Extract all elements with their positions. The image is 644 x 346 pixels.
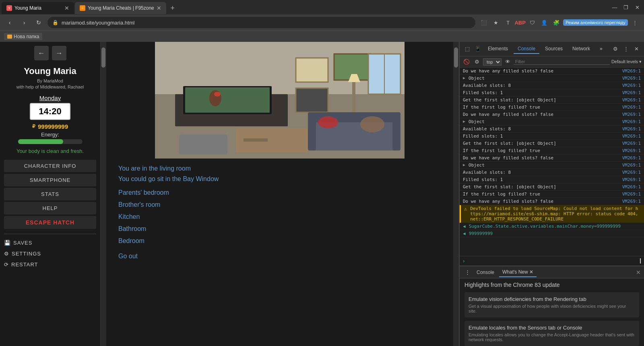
restart-button[interactable]: ⟳ RESTART xyxy=(4,259,96,270)
money-icon: ₽ xyxy=(32,124,35,129)
devtools-tab-elements[interactable]: Elements xyxy=(484,44,512,54)
bathroom-link[interactable]: Bathroom xyxy=(118,225,441,233)
console-source-link[interactable]: VM269:1 xyxy=(622,76,641,81)
console-source-link[interactable]: VM269:1 xyxy=(622,90,641,95)
translate-icon[interactable]: T xyxy=(503,17,513,28)
result-arrow: ◀ xyxy=(463,224,466,229)
stats-button[interactable]: STATS xyxy=(4,188,96,200)
console-line-text: Filled slots: 1 xyxy=(463,177,619,182)
tab-favicon-1: Y xyxy=(6,5,12,11)
go-out-link[interactable]: Go out xyxy=(118,253,441,260)
console-source-link[interactable]: VM269:1 xyxy=(622,112,641,117)
anonymous-mode-badge: Режим анонімного перегляду xyxy=(563,19,628,26)
left-scrollbar[interactable] xyxy=(101,42,106,346)
devtools-inspect-icon[interactable]: ⬚ xyxy=(463,45,472,54)
sidebar-back-button[interactable]: ← xyxy=(34,46,49,60)
devtools-tab-sources[interactable]: Sources xyxy=(541,44,567,54)
console-filter-input[interactable] xyxy=(514,59,610,65)
console-line-20: ◀ SugarCube.State.active.variables.mainC… xyxy=(460,223,644,230)
console-context-select[interactable]: top xyxy=(483,58,502,66)
address-bar[interactable]: 🔒 mariamod.site/youngmaria.html xyxy=(47,17,475,28)
console-eye-icon[interactable]: 👁 xyxy=(503,58,512,66)
tab-young-maria[interactable]: Y Young Maria ✕ xyxy=(2,2,74,14)
main-scrollbar-thumb[interactable] xyxy=(454,47,458,68)
adblock-icon[interactable]: ABP xyxy=(515,17,525,28)
left-scrollbar-thumb[interactable] xyxy=(101,47,105,68)
console-source-link[interactable]: VM269:1 xyxy=(622,170,641,175)
menu-dots-icon[interactable]: ⋮ xyxy=(630,17,640,28)
forward-button[interactable]: › xyxy=(19,17,30,28)
tab-f95zone[interactable]: F Young Maria Cheats | F95zone ✕ xyxy=(75,2,166,14)
console-source-link[interactable]: VM269:1 xyxy=(622,177,641,182)
console-source-link[interactable]: VM269:1 xyxy=(622,141,641,146)
console-clear-icon[interactable]: 🚫 xyxy=(462,58,471,66)
console-line-19: ⚠DevTools failed to load SourceMap: Coul… xyxy=(460,205,644,223)
devtools-more-icon[interactable]: ⋮ xyxy=(621,45,630,54)
bookmark-star-icon[interactable]: ★ xyxy=(491,17,501,28)
brothers-room-link[interactable]: Brother's room xyxy=(118,201,441,208)
room-name-link[interactable]: living room xyxy=(160,165,191,172)
expand-arrow[interactable]: ▶ xyxy=(463,119,465,124)
console-line-text: If the first log filled? true xyxy=(463,148,619,153)
console-filter-icon[interactable]: ⚙ xyxy=(473,58,481,66)
restart-icon: ⟳ xyxy=(4,262,9,268)
help-button[interactable]: HELP xyxy=(4,202,96,214)
security-icon[interactable]: 🛡 xyxy=(527,17,537,28)
back-button[interactable]: ‹ xyxy=(4,17,15,28)
devtools-bottom-menu-icon[interactable]: ⋮ xyxy=(463,268,472,277)
console-source-link[interactable]: VM269:1 xyxy=(622,184,641,189)
expand-arrow[interactable]: ▶ xyxy=(463,76,465,80)
account-icon[interactable]: 👤 xyxy=(539,17,549,28)
console-line-4: Get the first slot: [object Object]VM269… xyxy=(460,97,644,104)
maximize-button[interactable]: ❐ xyxy=(621,2,631,12)
bookmark-folder[interactable]: Нова папка xyxy=(4,33,42,40)
console-source-link[interactable]: VM269:1 xyxy=(622,68,641,74)
console-source-link[interactable]: VM269:1 xyxy=(622,83,641,88)
devtools-settings-icon[interactable]: ⚙ xyxy=(611,45,620,54)
devtools-undock-icon[interactable]: ✕ xyxy=(632,45,641,54)
devtools-bottom-tab-whatsnew[interactable]: What's New ✕ xyxy=(499,268,537,277)
bedroom-link[interactable]: Bedroom xyxy=(118,237,441,245)
console-source-link[interactable]: VM269:1 xyxy=(622,163,641,168)
sit-description: You could go sit in the Bay Window xyxy=(118,175,441,183)
console-source-link[interactable]: VM269:1 xyxy=(622,134,641,139)
console-source-link[interactable]: VM269:1 xyxy=(622,119,641,124)
main-scrollbar[interactable] xyxy=(453,42,459,346)
refresh-button[interactable]: ↻ xyxy=(33,17,44,28)
character-info-button[interactable]: CHARACTER INFO xyxy=(4,160,96,172)
console-source-link[interactable]: VM269:1 xyxy=(622,192,641,197)
body-status-text: Your body is clean and fresh. xyxy=(17,148,84,154)
sidebar-forward-button[interactable]: → xyxy=(52,46,66,60)
devtools-tab-more[interactable]: » xyxy=(596,44,607,54)
saves-button[interactable]: 💾 SAVES xyxy=(4,237,96,248)
extension-puzzle-icon[interactable]: 🧩 xyxy=(551,17,561,28)
devtools-tab-network[interactable]: Network xyxy=(568,44,594,54)
console-source-link[interactable]: VM269:1 xyxy=(622,148,641,153)
console-source-link[interactable]: VM269:1 xyxy=(622,97,641,103)
devtools-device-icon[interactable]: 📱 xyxy=(473,45,482,54)
devtools-bottom-tab-console[interactable]: Console xyxy=(473,268,497,277)
sit-location-link[interactable]: Bay Window xyxy=(183,175,219,182)
expand-arrow[interactable]: ▶ xyxy=(463,163,465,167)
minimize-button[interactable]: — xyxy=(609,2,620,12)
smartphone-button[interactable]: SMARTPHONE xyxy=(4,174,96,186)
console-line-text: Filled slots: 1 xyxy=(463,90,619,95)
console-source-link[interactable]: VM269:1 xyxy=(622,105,641,110)
parents-bedroom-link[interactable]: Parents' bedroom xyxy=(118,189,441,196)
console-source-link[interactable]: VM269:1 xyxy=(622,199,641,204)
console-line-2: Available slots: 8VM269:1 xyxy=(460,82,644,89)
escape-hatch-button[interactable]: ESCAPE HATCH xyxy=(4,216,96,229)
devtools-tab-console[interactable]: Console xyxy=(514,44,539,54)
console-source-link[interactable]: VM269:1 xyxy=(622,126,641,132)
main-content: ← → Young Maria By MariaMod with help of… xyxy=(0,42,644,346)
tab-close-1[interactable]: ✕ xyxy=(64,5,69,11)
console-source-link[interactable]: VM269:1 xyxy=(622,155,641,161)
close-window-button[interactable]: ✕ xyxy=(632,2,642,12)
extensions-icon[interactable]: ⬛ xyxy=(479,17,489,28)
tab-close-2[interactable]: ✕ xyxy=(157,5,161,11)
go-out-section: Go out xyxy=(118,253,441,260)
devtools-bottom-close-button[interactable]: ✕ xyxy=(636,269,641,276)
new-tab-button[interactable]: + xyxy=(167,2,178,14)
settings-button[interactable]: ⚙ SETTINGS xyxy=(4,248,96,259)
kitchen-link[interactable]: Kitchen xyxy=(118,213,441,220)
